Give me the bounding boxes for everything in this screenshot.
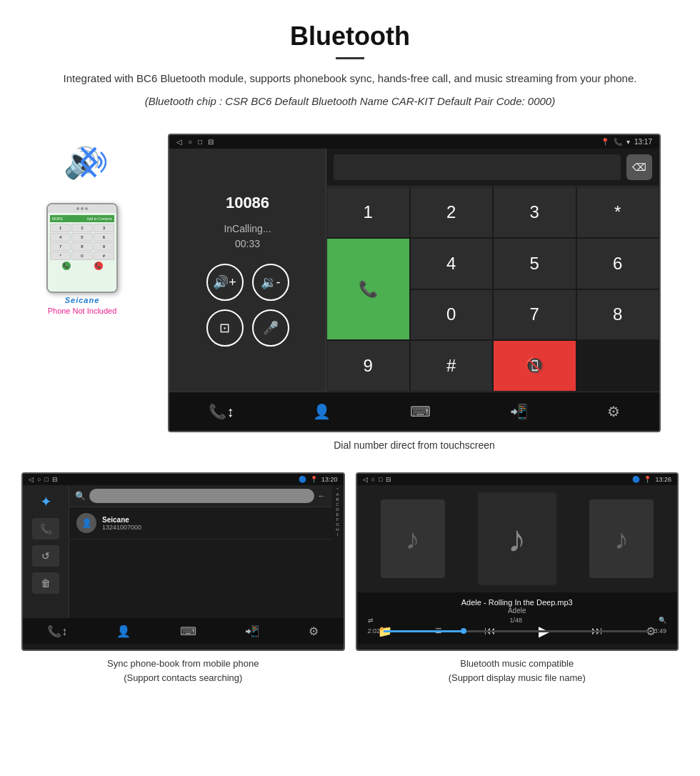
music-title: Adele - Rolling In the Deep.mp3 xyxy=(368,598,667,607)
pb-search-box[interactable] xyxy=(89,489,314,503)
music-recent-icon: □ xyxy=(379,476,382,483)
nav-dialpad-button[interactable]: ⌨ xyxy=(399,399,441,424)
phone-key-5: 5 xyxy=(71,233,92,242)
pb-bt-icon: 🔵 xyxy=(299,476,306,483)
status-right: 📍 📞 ▾ 13:17 xyxy=(601,138,652,146)
volume-down-button[interactable]: 🔉- xyxy=(252,264,289,301)
phone-screen-header: MOREAdd to Contacts xyxy=(50,215,114,222)
call-controls: 🔊+ 🔉- ⊡ 🎤 xyxy=(206,264,289,347)
pb-nav-call[interactable]: 📞↕ xyxy=(47,625,67,638)
back-nav-icon: ◁ xyxy=(176,138,182,146)
shuffle-icon: ⇌ xyxy=(368,617,374,624)
pb-status-bar: ◁ ○ □ ⊟ 🔵 📍 13:20 xyxy=(23,474,344,485)
dial-key-0[interactable]: 0 xyxy=(410,289,494,341)
phone-dialpad: 1 2 3 4 5 6 7 8 9 * 0 # xyxy=(50,224,114,260)
music-location-icon: 📍 xyxy=(644,476,651,483)
pb-bluetooth-icon: ✦ xyxy=(32,491,59,512)
pb-nav-transfer[interactable]: 📲 xyxy=(245,625,259,638)
alpha-i: I xyxy=(337,532,339,537)
pb-contact-list: 🔍 ← 👤 Seicane 13241007000 xyxy=(69,485,332,618)
alpha-g: G xyxy=(336,522,339,527)
music-main: ♪ ♪ ♪ Adele - Rolling In the Deep.mp3 Ad… xyxy=(357,485,678,618)
call-status: InCalling... xyxy=(224,223,271,234)
call-icon: 📞 xyxy=(614,138,622,146)
pb-home-icon: ○ xyxy=(37,476,41,483)
dial-input-row: ⌫ xyxy=(326,149,659,186)
pb-contact-name: Seicane xyxy=(102,516,141,524)
music-album-art-right: ♪ xyxy=(589,499,654,578)
dial-key-5[interactable]: 5 xyxy=(493,238,576,289)
pb-nav-dialpad[interactable]: ⌨ xyxy=(180,625,196,638)
nav-settings-button[interactable]: ⚙ xyxy=(596,399,631,424)
pb-nav-settings[interactable]: ⚙ xyxy=(309,625,319,638)
dial-delete-button[interactable]: ⌫ xyxy=(626,154,652,180)
status-time: 13:17 xyxy=(634,138,652,146)
pb-delete-icon: 🗑 xyxy=(32,572,59,594)
dial-key-1[interactable]: 1 xyxy=(326,186,410,238)
music-screen: ◁ ○ □ ⊟ 🔵 📍 13:26 ♪ ♪ xyxy=(356,472,679,651)
recent-nav-icon: □ xyxy=(198,138,202,146)
music-home-icon: ○ xyxy=(371,476,375,483)
dial-key-4[interactable]: 4 xyxy=(410,238,494,289)
pb-contact-number: 13241007000 xyxy=(102,524,141,531)
music-item: ◁ ○ □ ⊟ 🔵 📍 13:26 ♪ ♪ xyxy=(356,472,679,685)
phone-key-hash: # xyxy=(94,252,114,260)
nav-contacts-button[interactable]: 👤 xyxy=(302,399,341,424)
car-right-panel: ⌫ 1 2 3 * 📞 4 5 6 0 7 8 9 xyxy=(326,149,659,392)
pb-recent-icon: □ xyxy=(44,476,48,483)
music-art-area: ♪ ♪ ♪ xyxy=(357,485,678,592)
nav-transfer2-button[interactable]: 📲 xyxy=(499,399,539,424)
phone-key-9: 9 xyxy=(94,242,114,251)
phone-key-8: 8 xyxy=(71,242,92,251)
track-count: 1/48 xyxy=(509,617,522,624)
pb-nav-contacts[interactable]: 👤 xyxy=(116,625,131,638)
music-info-area: Adele - Rolling In the Deep.mp3 Adele ⇌ … xyxy=(357,592,678,640)
pb-screen-main: ✦ 📞 ↺ 🗑 🔍 ← 👤 Seicane xyxy=(23,485,344,618)
alpha-a: A xyxy=(336,492,339,497)
pb-contact-item[interactable]: 👤 Seicane 13241007000 xyxy=(69,507,332,539)
dial-key-hash[interactable]: # xyxy=(410,340,494,392)
music-progress-bar[interactable] xyxy=(384,630,650,632)
end-call-button[interactable]: 📵 xyxy=(493,340,576,392)
dial-key-star[interactable]: * xyxy=(576,186,660,238)
pb-contact-info: Seicane 13241007000 xyxy=(102,516,141,531)
alpha-f: F xyxy=(336,517,339,522)
music-bt-icon: 🔵 xyxy=(632,476,640,483)
music-artist: Adele xyxy=(368,607,667,615)
pb-phone-icon: 📞 xyxy=(32,518,59,539)
music-progress-fill xyxy=(384,630,464,632)
dial-key-2[interactable]: 2 xyxy=(410,186,494,238)
caller-number: 10086 xyxy=(226,194,269,212)
top-screen-caption: Dial number direct from touchscreen xyxy=(334,439,495,451)
music-ss-icon: ⊟ xyxy=(386,476,391,483)
dial-input-box[interactable] xyxy=(334,154,621,180)
phone-key-star: * xyxy=(50,252,71,260)
transfer-button[interactable]: ⊡ xyxy=(206,309,244,347)
dial-key-8[interactable]: 8 xyxy=(576,289,660,341)
car-main: 10086 InCalling... 00:33 🔊+ 🔉- ⊡ 🎤 ⌫ xyxy=(169,149,659,392)
nav-call-button[interactable]: 📞↕ xyxy=(198,399,244,424)
location-icon: 📍 xyxy=(601,138,609,146)
dial-key-7[interactable]: 7 xyxy=(493,289,576,341)
dial-key-9[interactable]: 9 xyxy=(326,340,410,392)
dial-key-3[interactable]: 3 xyxy=(493,186,576,238)
phone-key-7: 7 xyxy=(50,242,71,251)
header-divider xyxy=(336,57,364,59)
pb-search-icon: 🔍 xyxy=(75,491,86,501)
bluetooth-icon xyxy=(71,141,106,184)
music-album-art-center: ♪ xyxy=(478,492,556,585)
bluetooth-icon-area: 🔊 xyxy=(64,148,101,178)
dial-key-6[interactable]: 6 xyxy=(576,238,660,289)
pb-ss-icon: ⊟ xyxy=(52,476,58,483)
phone-end-button: 📞 xyxy=(94,262,103,270)
pb-back-arrow-icon: ← xyxy=(318,491,326,501)
call-button[interactable]: 📞 xyxy=(326,238,410,341)
music-note-icon-center: ♪ xyxy=(508,517,526,560)
music-progress-row: 2:02 3:49 xyxy=(368,627,667,635)
volume-up-button[interactable]: 🔊+ xyxy=(206,264,244,301)
phone-key-1: 1 xyxy=(50,224,71,232)
top-section: 🔊 MOREAdd to Contacts 1 xyxy=(0,123,700,465)
alpha-b: B xyxy=(336,497,339,502)
music-caption: Bluetooth music compatible(Support displ… xyxy=(449,657,586,685)
mute-button[interactable]: 🎤 xyxy=(252,309,289,347)
